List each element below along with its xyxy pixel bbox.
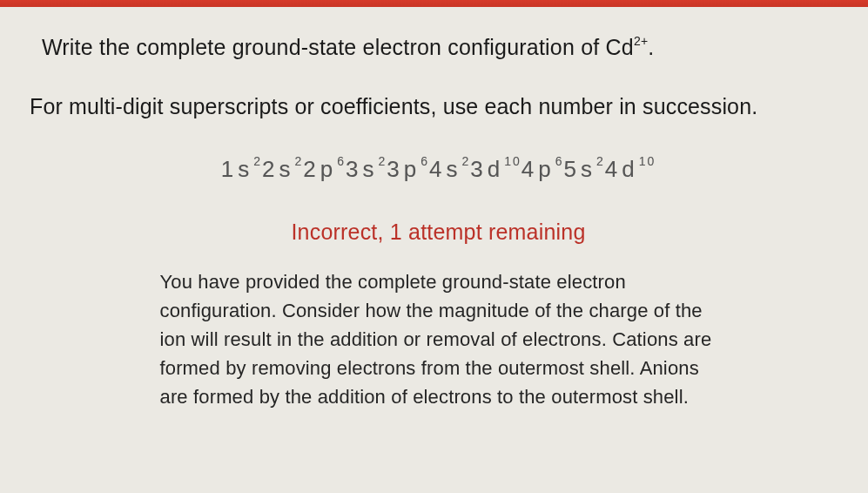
question-content: Write the complete ground-state electron… bbox=[0, 7, 868, 429]
orbital-superscript: 2 bbox=[378, 154, 387, 168]
orbital-superscript: 6 bbox=[421, 154, 429, 168]
orbital-superscript: 6 bbox=[337, 154, 346, 168]
orbital-superscript: 10 bbox=[504, 154, 521, 168]
orbital-base: 5s bbox=[563, 156, 595, 182]
feedback-wrap: You have provided the complete ground-st… bbox=[42, 267, 835, 411]
answer-area: 1s22s22p63s23p64s23d104p65s24d10 bbox=[42, 151, 835, 188]
feedback-text: You have provided the complete ground-st… bbox=[160, 267, 717, 411]
top-accent-bar bbox=[0, 0, 868, 7]
question-text-prefix: Write the complete ground-state electron… bbox=[42, 35, 634, 59]
orbital-base: 4p bbox=[521, 156, 555, 182]
orbital-superscript: 2 bbox=[294, 154, 303, 168]
orbital-superscript: 6 bbox=[555, 154, 564, 168]
orbital-base: 4s bbox=[429, 156, 461, 182]
orbital-base: 4d bbox=[605, 156, 639, 182]
question-prompt: Write the complete ground-state electron… bbox=[42, 31, 835, 63]
answer-input[interactable]: 1s22s22p63s23p64s23d104p65s24d10 bbox=[212, 151, 664, 188]
orbital-superscript: 10 bbox=[639, 154, 656, 168]
orbital-superscript: 2 bbox=[461, 154, 470, 168]
orbital-base: 3d bbox=[470, 156, 504, 182]
input-instruction: For multi-digit superscripts or coeffici… bbox=[30, 91, 835, 122]
orbital-base: 3p bbox=[387, 156, 421, 182]
orbital-base: 2s bbox=[262, 156, 294, 182]
orbital-superscript: 2 bbox=[253, 154, 262, 168]
orbital-base: 1s bbox=[221, 156, 253, 182]
orbital-base: 2p bbox=[303, 156, 337, 182]
orbital-superscript: 2 bbox=[596, 154, 605, 168]
feedback-status: Incorrect, 1 attempt remaining bbox=[42, 219, 835, 245]
question-charge-superscript: 2+ bbox=[634, 34, 648, 48]
orbital-base: 3s bbox=[346, 156, 378, 182]
question-text-suffix: . bbox=[648, 35, 654, 59]
